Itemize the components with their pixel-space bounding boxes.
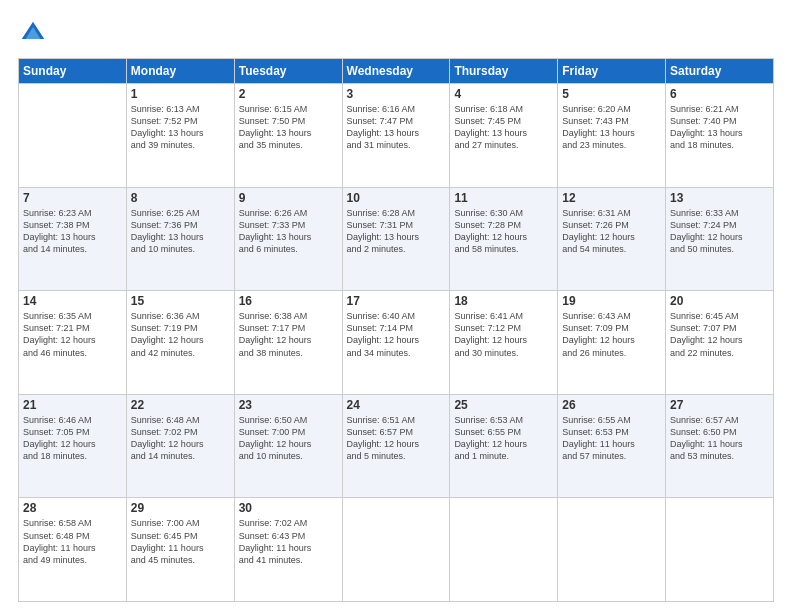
day-number: 21 <box>23 398 122 412</box>
cell-info: Sunrise: 6:50 AM Sunset: 7:00 PM Dayligh… <box>239 414 338 463</box>
calendar-week-3: 14Sunrise: 6:35 AM Sunset: 7:21 PM Dayli… <box>19 291 774 395</box>
cell-info: Sunrise: 6:30 AM Sunset: 7:28 PM Dayligh… <box>454 207 553 256</box>
day-number: 24 <box>347 398 446 412</box>
calendar-cell: 2Sunrise: 6:15 AM Sunset: 7:50 PM Daylig… <box>234 84 342 188</box>
cell-info: Sunrise: 6:26 AM Sunset: 7:33 PM Dayligh… <box>239 207 338 256</box>
calendar-cell: 19Sunrise: 6:43 AM Sunset: 7:09 PM Dayli… <box>558 291 666 395</box>
day-number: 29 <box>131 501 230 515</box>
calendar-cell: 5Sunrise: 6:20 AM Sunset: 7:43 PM Daylig… <box>558 84 666 188</box>
calendar-cell: 11Sunrise: 6:30 AM Sunset: 7:28 PM Dayli… <box>450 187 558 291</box>
calendar-cell: 17Sunrise: 6:40 AM Sunset: 7:14 PM Dayli… <box>342 291 450 395</box>
calendar-cell: 1Sunrise: 6:13 AM Sunset: 7:52 PM Daylig… <box>126 84 234 188</box>
logo <box>18 18 52 48</box>
day-number: 13 <box>670 191 769 205</box>
header <box>18 18 774 48</box>
calendar-cell: 21Sunrise: 6:46 AM Sunset: 7:05 PM Dayli… <box>19 394 127 498</box>
day-number: 14 <box>23 294 122 308</box>
day-number: 27 <box>670 398 769 412</box>
calendar-cell: 20Sunrise: 6:45 AM Sunset: 7:07 PM Dayli… <box>666 291 774 395</box>
day-number: 2 <box>239 87 338 101</box>
day-number: 28 <box>23 501 122 515</box>
cell-info: Sunrise: 6:46 AM Sunset: 7:05 PM Dayligh… <box>23 414 122 463</box>
calendar-cell <box>19 84 127 188</box>
day-number: 25 <box>454 398 553 412</box>
calendar-cell: 29Sunrise: 7:00 AM Sunset: 6:45 PM Dayli… <box>126 498 234 602</box>
calendar-cell: 15Sunrise: 6:36 AM Sunset: 7:19 PM Dayli… <box>126 291 234 395</box>
calendar-cell: 12Sunrise: 6:31 AM Sunset: 7:26 PM Dayli… <box>558 187 666 291</box>
calendar-cell: 3Sunrise: 6:16 AM Sunset: 7:47 PM Daylig… <box>342 84 450 188</box>
calendar-header-saturday: Saturday <box>666 59 774 84</box>
day-number: 19 <box>562 294 661 308</box>
calendar-cell: 14Sunrise: 6:35 AM Sunset: 7:21 PM Dayli… <box>19 291 127 395</box>
calendar-cell: 13Sunrise: 6:33 AM Sunset: 7:24 PM Dayli… <box>666 187 774 291</box>
cell-info: Sunrise: 6:41 AM Sunset: 7:12 PM Dayligh… <box>454 310 553 359</box>
day-number: 15 <box>131 294 230 308</box>
calendar-cell <box>666 498 774 602</box>
day-number: 3 <box>347 87 446 101</box>
calendar-week-1: 1Sunrise: 6:13 AM Sunset: 7:52 PM Daylig… <box>19 84 774 188</box>
calendar-week-4: 21Sunrise: 6:46 AM Sunset: 7:05 PM Dayli… <box>19 394 774 498</box>
cell-info: Sunrise: 6:25 AM Sunset: 7:36 PM Dayligh… <box>131 207 230 256</box>
calendar-cell <box>342 498 450 602</box>
cell-info: Sunrise: 6:20 AM Sunset: 7:43 PM Dayligh… <box>562 103 661 152</box>
calendar-cell: 16Sunrise: 6:38 AM Sunset: 7:17 PM Dayli… <box>234 291 342 395</box>
day-number: 30 <box>239 501 338 515</box>
day-number: 20 <box>670 294 769 308</box>
cell-info: Sunrise: 6:53 AM Sunset: 6:55 PM Dayligh… <box>454 414 553 463</box>
calendar-header-sunday: Sunday <box>19 59 127 84</box>
calendar-cell: 30Sunrise: 7:02 AM Sunset: 6:43 PM Dayli… <box>234 498 342 602</box>
cell-info: Sunrise: 6:31 AM Sunset: 7:26 PM Dayligh… <box>562 207 661 256</box>
calendar-cell: 25Sunrise: 6:53 AM Sunset: 6:55 PM Dayli… <box>450 394 558 498</box>
calendar-cell: 18Sunrise: 6:41 AM Sunset: 7:12 PM Dayli… <box>450 291 558 395</box>
calendar-cell: 28Sunrise: 6:58 AM Sunset: 6:48 PM Dayli… <box>19 498 127 602</box>
cell-info: Sunrise: 6:35 AM Sunset: 7:21 PM Dayligh… <box>23 310 122 359</box>
calendar-header-tuesday: Tuesday <box>234 59 342 84</box>
calendar-week-5: 28Sunrise: 6:58 AM Sunset: 6:48 PM Dayli… <box>19 498 774 602</box>
day-number: 12 <box>562 191 661 205</box>
logo-icon <box>18 18 48 48</box>
cell-info: Sunrise: 7:02 AM Sunset: 6:43 PM Dayligh… <box>239 517 338 566</box>
calendar-week-2: 7Sunrise: 6:23 AM Sunset: 7:38 PM Daylig… <box>19 187 774 291</box>
calendar-cell: 6Sunrise: 6:21 AM Sunset: 7:40 PM Daylig… <box>666 84 774 188</box>
day-number: 7 <box>23 191 122 205</box>
calendar-cell: 23Sunrise: 6:50 AM Sunset: 7:00 PM Dayli… <box>234 394 342 498</box>
calendar-cell: 4Sunrise: 6:18 AM Sunset: 7:45 PM Daylig… <box>450 84 558 188</box>
day-number: 23 <box>239 398 338 412</box>
day-number: 11 <box>454 191 553 205</box>
calendar-cell: 9Sunrise: 6:26 AM Sunset: 7:33 PM Daylig… <box>234 187 342 291</box>
cell-info: Sunrise: 6:40 AM Sunset: 7:14 PM Dayligh… <box>347 310 446 359</box>
calendar-cell: 7Sunrise: 6:23 AM Sunset: 7:38 PM Daylig… <box>19 187 127 291</box>
page: SundayMondayTuesdayWednesdayThursdayFrid… <box>0 0 792 612</box>
calendar-cell <box>450 498 558 602</box>
calendar-header-monday: Monday <box>126 59 234 84</box>
day-number: 8 <box>131 191 230 205</box>
calendar-cell: 26Sunrise: 6:55 AM Sunset: 6:53 PM Dayli… <box>558 394 666 498</box>
calendar-header-friday: Friday <box>558 59 666 84</box>
day-number: 9 <box>239 191 338 205</box>
calendar-header-wednesday: Wednesday <box>342 59 450 84</box>
cell-info: Sunrise: 6:21 AM Sunset: 7:40 PM Dayligh… <box>670 103 769 152</box>
calendar-header-row: SundayMondayTuesdayWednesdayThursdayFrid… <box>19 59 774 84</box>
day-number: 18 <box>454 294 553 308</box>
day-number: 17 <box>347 294 446 308</box>
day-number: 1 <box>131 87 230 101</box>
calendar-cell: 10Sunrise: 6:28 AM Sunset: 7:31 PM Dayli… <box>342 187 450 291</box>
cell-info: Sunrise: 6:36 AM Sunset: 7:19 PM Dayligh… <box>131 310 230 359</box>
calendar-header-thursday: Thursday <box>450 59 558 84</box>
cell-info: Sunrise: 6:18 AM Sunset: 7:45 PM Dayligh… <box>454 103 553 152</box>
calendar-cell: 8Sunrise: 6:25 AM Sunset: 7:36 PM Daylig… <box>126 187 234 291</box>
cell-info: Sunrise: 6:58 AM Sunset: 6:48 PM Dayligh… <box>23 517 122 566</box>
day-number: 4 <box>454 87 553 101</box>
day-number: 22 <box>131 398 230 412</box>
day-number: 6 <box>670 87 769 101</box>
cell-info: Sunrise: 6:33 AM Sunset: 7:24 PM Dayligh… <box>670 207 769 256</box>
cell-info: Sunrise: 6:23 AM Sunset: 7:38 PM Dayligh… <box>23 207 122 256</box>
cell-info: Sunrise: 6:55 AM Sunset: 6:53 PM Dayligh… <box>562 414 661 463</box>
day-number: 16 <box>239 294 338 308</box>
cell-info: Sunrise: 6:38 AM Sunset: 7:17 PM Dayligh… <box>239 310 338 359</box>
day-number: 5 <box>562 87 661 101</box>
cell-info: Sunrise: 7:00 AM Sunset: 6:45 PM Dayligh… <box>131 517 230 566</box>
calendar-cell: 24Sunrise: 6:51 AM Sunset: 6:57 PM Dayli… <box>342 394 450 498</box>
cell-info: Sunrise: 6:48 AM Sunset: 7:02 PM Dayligh… <box>131 414 230 463</box>
day-number: 10 <box>347 191 446 205</box>
